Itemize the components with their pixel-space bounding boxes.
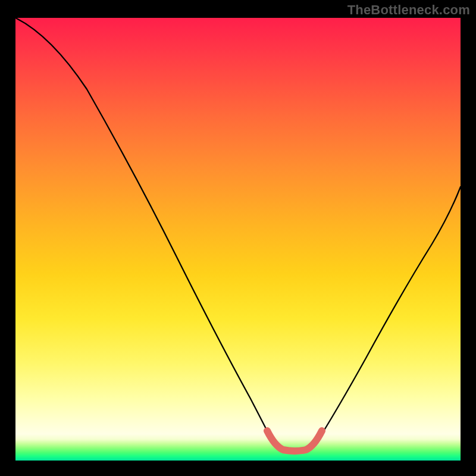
- chart-frame: TheBottleneck.com: [0, 0, 476, 476]
- right-branch-curve: [314, 187, 461, 446]
- curve-overlay: [15, 18, 461, 461]
- watermark-text: TheBottleneck.com: [347, 2, 470, 18]
- plot-area: [15, 18, 461, 461]
- left-branch-curve: [15, 18, 275, 446]
- valley-accent-curve: [267, 431, 322, 451]
